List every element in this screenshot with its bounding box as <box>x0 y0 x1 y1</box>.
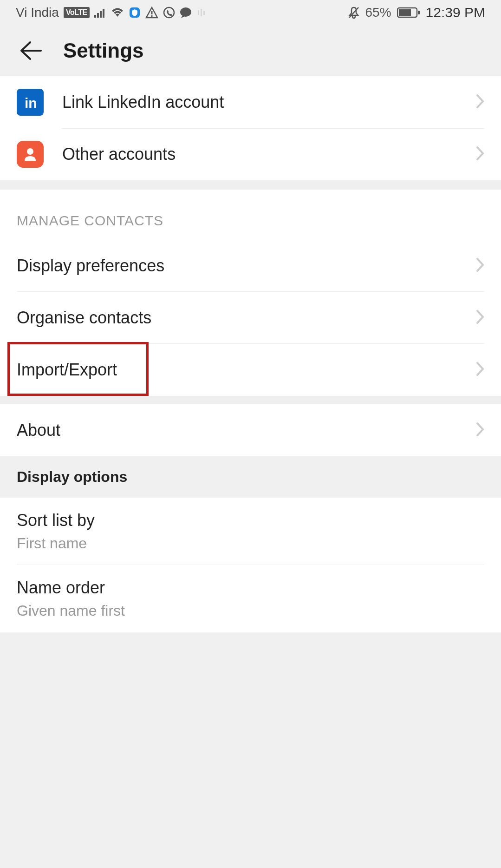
name-order-title: Name order <box>17 578 484 598</box>
misc-icon <box>196 7 207 18</box>
organise-contacts-row[interactable]: Organise contacts <box>0 292 501 344</box>
svg-point-7 <box>164 7 174 18</box>
carrier-label: Vi India <box>16 5 59 20</box>
svg-rect-0 <box>94 15 96 18</box>
import-export-row[interactable]: Import/Export <box>0 344 501 396</box>
svg-rect-10 <box>201 9 202 16</box>
wifi-icon <box>111 7 124 18</box>
chevron-right-icon <box>476 362 484 378</box>
display-preferences-row[interactable]: Display preferences <box>0 240 501 292</box>
status-right: 65% 12:39 PM <box>348 5 485 20</box>
chevron-right-icon <box>476 422 484 439</box>
about-row[interactable]: About <box>0 404 501 456</box>
svg-rect-1 <box>97 13 99 18</box>
import-export-label: Import/Export <box>17 360 476 380</box>
divider <box>61 128 484 129</box>
silent-icon <box>348 6 360 19</box>
page-title: Settings <box>63 39 144 62</box>
svg-point-17 <box>27 148 33 155</box>
chevron-right-icon <box>476 146 484 163</box>
signal-icon <box>94 7 106 18</box>
svg-rect-9 <box>198 10 199 15</box>
section-gap <box>0 396 501 404</box>
warning-icon <box>145 7 158 19</box>
manage-contacts-header: MANAGE CONTACTS <box>0 190 501 240</box>
svg-rect-14 <box>399 9 411 16</box>
battery-percentage: 65% <box>365 5 391 20</box>
clock-time: 12:39 PM <box>426 5 485 20</box>
section-gap <box>0 180 501 190</box>
svg-rect-5 <box>151 11 152 14</box>
svg-rect-3 <box>103 9 104 18</box>
sort-list-value: First name <box>17 535 484 552</box>
chevron-right-icon <box>476 309 484 326</box>
svg-rect-6 <box>151 15 152 17</box>
sort-list-title: Sort list by <box>17 511 484 530</box>
svg-rect-2 <box>100 11 102 18</box>
display-preferences-label: Display preferences <box>17 256 476 276</box>
svg-line-12 <box>349 7 358 18</box>
display-options-header: Display options <box>0 456 501 498</box>
linkedin-label: Link LinkedIn account <box>62 92 457 112</box>
chat-icon <box>180 7 192 18</box>
back-button[interactable] <box>19 40 42 61</box>
name-order-row[interactable]: Name order Given name first <box>0 565 501 632</box>
chevron-right-icon <box>476 257 484 274</box>
status-bar: Vi India VoLTE 65% 12:39 PM <box>0 0 501 25</box>
app-header: Settings <box>0 25 501 76</box>
linkedin-icon: in <box>17 89 44 116</box>
svg-rect-15 <box>418 11 420 14</box>
other-accounts-label: Other accounts <box>62 145 457 164</box>
svg-point-8 <box>180 7 191 17</box>
svg-rect-11 <box>203 11 205 15</box>
status-left: Vi India VoLTE <box>16 5 207 20</box>
link-linkedin-row[interactable]: in Link LinkedIn account <box>0 76 501 128</box>
accounts-section: in Link LinkedIn account Other accounts <box>0 76 501 180</box>
organise-contacts-label: Organise contacts <box>17 308 476 328</box>
battery-icon <box>397 7 420 19</box>
about-label: About <box>17 421 476 440</box>
svg-text:in: in <box>25 95 37 111</box>
chevron-right-icon <box>476 94 484 111</box>
name-order-value: Given name first <box>17 602 484 619</box>
shield-icon <box>129 7 141 19</box>
sort-list-by-row[interactable]: Sort list by First name <box>0 498 501 565</box>
contacts-app-icon <box>17 141 44 168</box>
volte-badge: VoLTE <box>64 7 90 18</box>
whatsapp-icon <box>163 7 175 19</box>
other-accounts-row[interactable]: Other accounts <box>0 128 501 180</box>
